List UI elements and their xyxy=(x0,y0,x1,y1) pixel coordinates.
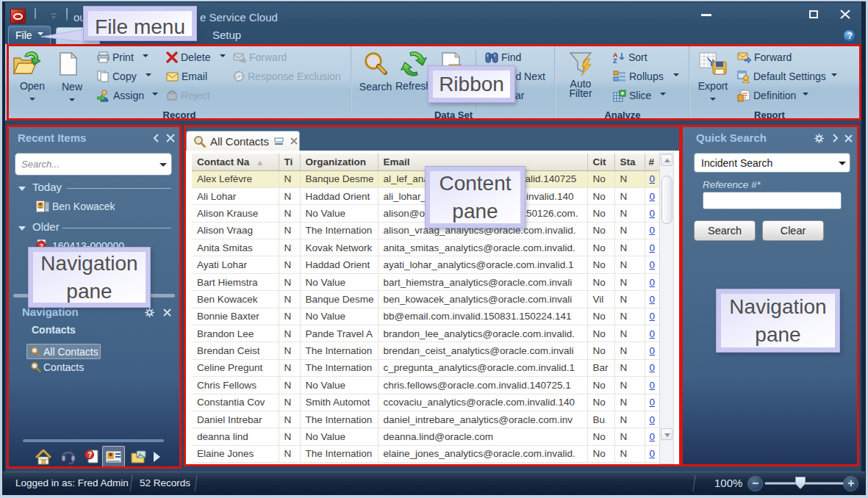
svg-text:?: ? xyxy=(87,451,92,459)
svg-text:Z: Z xyxy=(613,57,617,63)
